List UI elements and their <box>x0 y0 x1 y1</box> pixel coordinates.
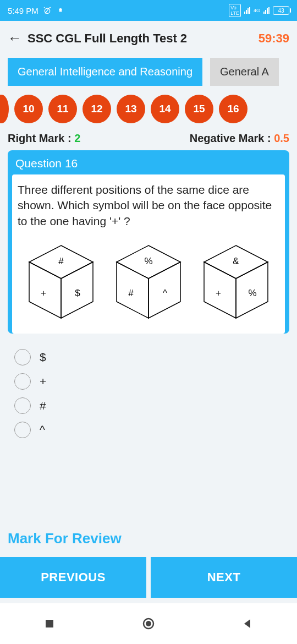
tab-general-awareness[interactable]: General A <box>210 58 279 86</box>
options-list: $ + # ^ <box>0 338 297 457</box>
option-label: $ <box>40 351 46 364</box>
radio-icon[interactable] <box>14 373 31 390</box>
svg-text:^: ^ <box>163 288 167 298</box>
svg-text:+: + <box>216 288 221 298</box>
question-number[interactable] <box>0 95 9 123</box>
battery-icon: 43 <box>273 6 289 15</box>
svg-text:%: % <box>144 256 152 266</box>
question-number[interactable]: 15 <box>185 95 213 123</box>
svg-point-1 <box>59 8 62 11</box>
svg-text:%: % <box>248 288 256 298</box>
radio-icon[interactable] <box>14 422 31 438</box>
nav-recent-icon[interactable] <box>43 617 56 630</box>
nav-home-icon[interactable] <box>142 617 155 630</box>
svg-marker-24 <box>244 619 250 628</box>
status-bar: 5:49 PM VoLTE 4G 43 <box>0 0 297 21</box>
timer: 59:39 <box>258 31 289 46</box>
mark-for-review-button[interactable]: Mark For Review <box>0 530 129 550</box>
svg-text:&: & <box>233 256 239 266</box>
section-tabs: General Intelligence and Reasoning Gener… <box>0 52 297 88</box>
svg-text:#: # <box>59 256 64 266</box>
dice-3: & + % <box>197 241 274 324</box>
svg-text:$: $ <box>75 288 81 298</box>
svg-text:+: + <box>41 288 46 298</box>
app-header: ← SSC CGL Full Length Test 2 59:39 <box>0 21 297 52</box>
question-number[interactable]: 12 <box>82 95 111 123</box>
dice-1: # + $ <box>23 241 100 324</box>
marks-row: Right Mark : 2 Negative Mark : 0.5 <box>0 129 297 150</box>
bottom-buttons: PREVIOUS NEXT <box>0 557 297 598</box>
question-number[interactable]: 13 <box>117 95 145 123</box>
option-3[interactable]: # <box>14 397 283 414</box>
option-label: + <box>40 375 46 388</box>
weather-icon <box>56 6 65 15</box>
volte-icon: VoLTE <box>229 4 241 17</box>
option-1[interactable]: $ <box>14 349 283 365</box>
question-text: Three different positions of the same di… <box>18 182 279 229</box>
question-number[interactable]: 11 <box>48 95 77 123</box>
question-number-strip[interactable]: 10 11 12 13 14 15 16 <box>0 88 297 129</box>
svg-rect-21 <box>46 620 53 627</box>
android-nav-bar <box>0 603 297 644</box>
page-title: SSC CGL Full Length Test 2 <box>28 31 253 46</box>
radio-icon[interactable] <box>14 397 31 414</box>
next-button[interactable]: NEXT <box>151 557 297 598</box>
question-card: Question 16 Three different positions of… <box>8 150 289 334</box>
alarm-off-icon <box>43 6 52 15</box>
option-label: # <box>40 399 46 412</box>
signal-icon-2 <box>263 7 270 14</box>
nav-back-icon[interactable] <box>241 617 254 630</box>
svg-text:#: # <box>128 288 134 298</box>
status-time: 5:49 PM <box>8 6 38 15</box>
negative-mark-label: Negative Mark : <box>190 132 274 144</box>
question-number[interactable]: 16 <box>219 95 248 123</box>
signal-icon-1 <box>244 7 250 14</box>
tab-general-intelligence[interactable]: General Intelligence and Reasoning <box>8 58 202 86</box>
svg-point-23 <box>146 621 151 626</box>
question-number[interactable]: 14 <box>151 95 179 123</box>
back-arrow-icon[interactable]: ← <box>8 30 22 47</box>
right-mark-value: 2 <box>74 132 80 144</box>
svg-rect-2 <box>59 11 62 12</box>
right-mark-label: Right Mark : <box>8 132 74 144</box>
option-label: ^ <box>40 423 45 436</box>
option-2[interactable]: + <box>14 373 283 390</box>
network-4g-icon: 4G <box>254 8 260 13</box>
negative-mark-value: 0.5 <box>274 132 289 144</box>
previous-button[interactable]: PREVIOUS <box>0 557 146 598</box>
dice-2: % # ^ <box>110 241 187 324</box>
radio-icon[interactable] <box>14 349 31 365</box>
option-4[interactable]: ^ <box>14 422 283 438</box>
question-label: Question 16 <box>8 150 289 174</box>
question-number[interactable]: 10 <box>14 95 43 123</box>
dice-figure: # + $ % # ^ <box>18 241 279 324</box>
